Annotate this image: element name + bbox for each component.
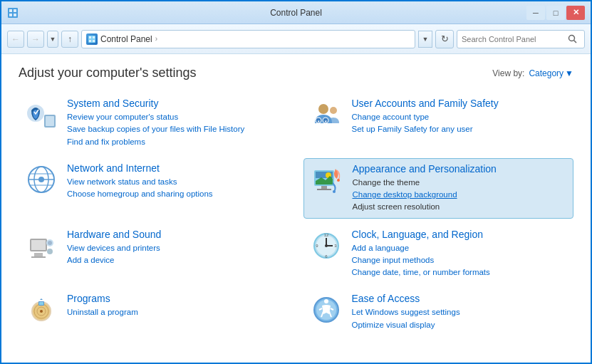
view-by-dropdown[interactable]: Category ▼ bbox=[529, 68, 573, 78]
minimize-button[interactable]: ─ bbox=[526, 6, 545, 20]
search-input[interactable] bbox=[462, 35, 563, 43]
svg-point-27 bbox=[38, 177, 44, 182]
system-security-link-2[interactable]: Find and fix problems bbox=[67, 136, 284, 148]
view-by-label: View by: bbox=[492, 68, 524, 78]
svg-rect-59 bbox=[39, 302, 43, 305]
svg-point-10 bbox=[569, 35, 575, 41]
clock-language-title[interactable]: Clock, Language, and Region bbox=[352, 229, 568, 240]
svg-rect-14 bbox=[46, 116, 54, 126]
clock-link-1[interactable]: Change input methods bbox=[352, 254, 568, 266]
up-button[interactable]: ↑ bbox=[61, 31, 78, 48]
maximize-button[interactable]: □ bbox=[546, 6, 565, 20]
user-accounts-link-0[interactable]: Change account type bbox=[352, 111, 568, 123]
system-security-text: System and Security Review your computer… bbox=[67, 98, 284, 148]
user-accounts-title[interactable]: User Accounts and Family Safety bbox=[352, 98, 568, 109]
system-security-title[interactable]: System and Security bbox=[67, 98, 284, 109]
network-internet-link-0[interactable]: View network status and tasks bbox=[67, 176, 284, 188]
titlebar-app-icon bbox=[7, 7, 19, 19]
system-security-icon bbox=[24, 98, 58, 132]
svg-rect-2 bbox=[14, 9, 16, 12]
back-button[interactable]: ← bbox=[7, 31, 24, 48]
svg-rect-8 bbox=[89, 40, 91, 42]
refresh-button[interactable]: ↻ bbox=[435, 30, 454, 48]
appearance-link-2[interactable]: Adjust screen resolution bbox=[353, 201, 568, 213]
svg-rect-37 bbox=[31, 240, 46, 250]
category-system-security[interactable]: System and Security Review your computer… bbox=[19, 93, 289, 152]
address-bar[interactable]: Control Panel › bbox=[81, 30, 415, 48]
address-bar-icon bbox=[86, 33, 98, 45]
ease-link-0[interactable]: Let Windows suggest settings bbox=[352, 306, 568, 318]
view-by-control: View by: Category ▼ bbox=[492, 68, 573, 78]
category-programs[interactable]: Programs Uninstall a program bbox=[19, 288, 289, 336]
svg-rect-41 bbox=[31, 256, 46, 258]
programs-text: Programs Uninstall a program bbox=[67, 293, 284, 318]
programs-title[interactable]: Programs bbox=[67, 293, 284, 304]
forward-button[interactable]: → bbox=[27, 31, 44, 48]
category-network-internet[interactable]: Network and Internet View network status… bbox=[19, 158, 289, 219]
user-accounts-text: User Accounts and Family Safety Change a… bbox=[352, 98, 568, 136]
svg-point-57 bbox=[40, 310, 43, 313]
search-box[interactable] bbox=[457, 30, 585, 48]
category-hardware-sound[interactable]: Hardware and Sound View devices and prin… bbox=[19, 224, 289, 284]
appearance-link-0[interactable]: Change the theme bbox=[353, 177, 568, 189]
clock-link-0[interactable]: Add a language bbox=[352, 242, 568, 254]
svg-point-34 bbox=[337, 179, 340, 182]
ease-link-1[interactable]: Optimize visual display bbox=[352, 319, 568, 331]
appearance-link-1[interactable]: Change desktop background bbox=[353, 189, 568, 201]
close-button[interactable]: ✕ bbox=[566, 6, 585, 20]
titlebar-left bbox=[7, 7, 19, 19]
svg-point-63 bbox=[324, 299, 328, 303]
svg-rect-40 bbox=[34, 253, 43, 256]
search-icon bbox=[568, 34, 578, 44]
svg-point-15 bbox=[318, 104, 328, 114]
svg-rect-4 bbox=[14, 14, 16, 16]
clock-link-2[interactable]: Change date, time, or number formats bbox=[352, 266, 568, 279]
view-by-value: Category bbox=[529, 68, 564, 78]
nav-history-dropdown[interactable]: ▼ bbox=[47, 31, 58, 48]
ease-of-access-text: Ease of Access Let Windows suggest setti… bbox=[352, 293, 568, 331]
network-internet-text: Network and Internet View network status… bbox=[67, 162, 284, 201]
svg-text:12: 12 bbox=[323, 233, 328, 237]
main-content: Adjust your computer's settings View by:… bbox=[1, 54, 591, 364]
search-button[interactable] bbox=[566, 32, 580, 46]
user-accounts-icon: ★ ★ bbox=[309, 98, 343, 132]
hardware-sound-text: Hardware and Sound View devices and prin… bbox=[67, 229, 284, 267]
address-arrow: › bbox=[155, 35, 157, 43]
user-accounts-link-1[interactable]: Set up Family Safety for any user bbox=[352, 123, 568, 135]
svg-rect-32 bbox=[321, 186, 327, 189]
hardware-sound-title[interactable]: Hardware and Sound bbox=[67, 229, 284, 240]
network-internet-icon bbox=[24, 162, 58, 197]
svg-rect-6 bbox=[89, 36, 91, 38]
network-internet-link-1[interactable]: Choose homegroup and sharing options bbox=[67, 188, 284, 200]
svg-rect-9 bbox=[93, 40, 95, 42]
svg-rect-1 bbox=[9, 9, 12, 12]
category-user-accounts[interactable]: ★ ★ User Accounts and Family Safety Chan… bbox=[303, 93, 574, 152]
svg-point-42 bbox=[47, 249, 53, 254]
svg-point-35 bbox=[333, 190, 336, 193]
programs-link-0[interactable]: Uninstall a program bbox=[67, 306, 284, 318]
titlebar-controls: ─ □ ✕ bbox=[526, 6, 585, 20]
categories-grid: System and Security Review your computer… bbox=[19, 93, 573, 336]
hardware-link-0[interactable]: View devices and printers bbox=[67, 242, 284, 254]
category-ease-of-access[interactable]: Ease of Access Let Windows suggest setti… bbox=[303, 288, 574, 336]
clock-language-icon: 12 3 6 9 bbox=[309, 229, 343, 263]
programs-icon bbox=[24, 293, 58, 327]
svg-rect-7 bbox=[93, 36, 95, 38]
system-security-link-1[interactable]: Save backup copies of your files with Fi… bbox=[67, 123, 284, 135]
navbar: ← → ▼ ↑ Control Panel › ▼ ↻ bbox=[1, 24, 591, 54]
category-clock-language[interactable]: 12 3 6 9 Clock, Language, and Region Add… bbox=[303, 224, 574, 284]
svg-rect-3 bbox=[9, 14, 12, 16]
clock-language-text: Clock, Language, and Region Add a langua… bbox=[352, 229, 568, 279]
page-title: Adjust your computer's settings bbox=[19, 66, 197, 80]
appearance-personalization-icon bbox=[310, 163, 344, 197]
appearance-personalization-title[interactable]: Appearance and Personalization bbox=[353, 163, 568, 175]
address-dropdown-button[interactable]: ▼ bbox=[418, 31, 432, 48]
system-security-link-0[interactable]: Review your computer's status bbox=[67, 111, 284, 123]
svg-point-48 bbox=[325, 244, 328, 247]
hardware-link-1[interactable]: Add a device bbox=[67, 254, 284, 266]
window-title: Control Panel bbox=[270, 8, 322, 18]
category-appearance-personalization[interactable]: Appearance and Personalization Change th… bbox=[303, 158, 574, 219]
titlebar: Control Panel ─ □ ✕ bbox=[1, 1, 591, 24]
ease-of-access-title[interactable]: Ease of Access bbox=[352, 293, 568, 304]
network-internet-title[interactable]: Network and Internet bbox=[67, 162, 284, 174]
